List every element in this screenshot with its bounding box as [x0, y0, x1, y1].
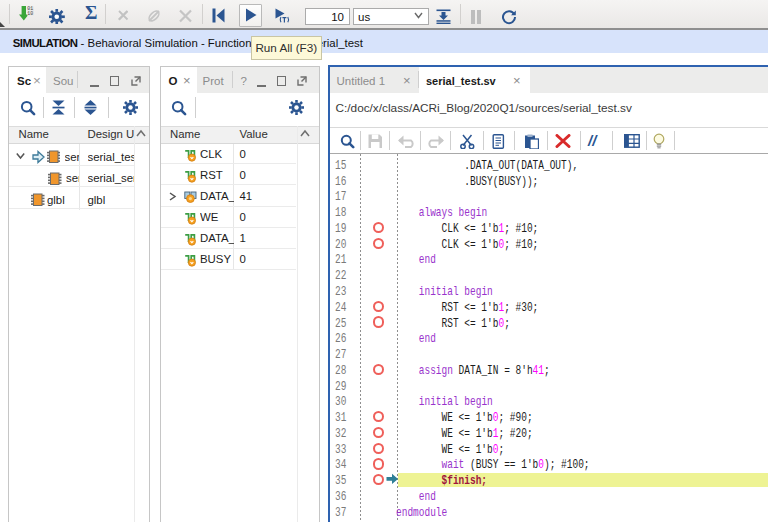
svg-text:10: 10	[27, 11, 33, 16]
